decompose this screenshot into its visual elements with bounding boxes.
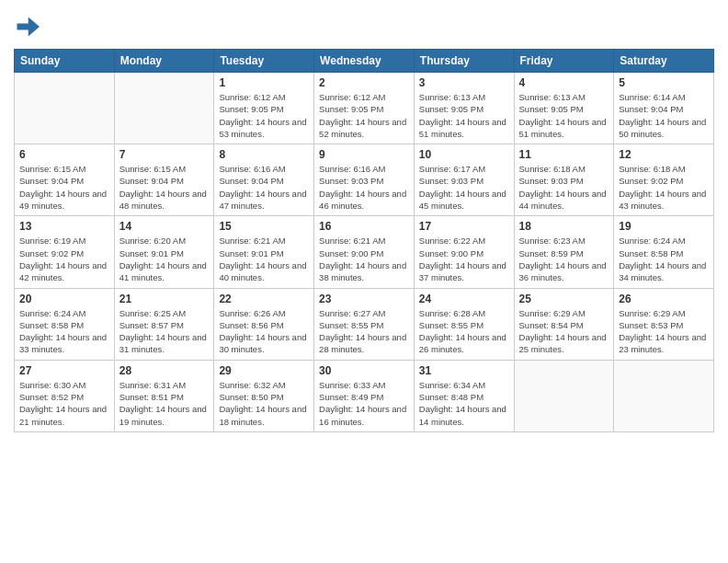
day-info: Sunrise: 6:27 AMSunset: 8:55 PMDaylight:… xyxy=(319,307,409,356)
day-info: Sunrise: 6:25 AMSunset: 8:57 PMDaylight:… xyxy=(119,307,210,356)
day-number: 9 xyxy=(319,148,409,161)
week-row-5: 27Sunrise: 6:30 AMSunset: 8:52 PMDayligh… xyxy=(15,360,714,431)
calendar-cell: 11Sunrise: 6:18 AMSunset: 9:03 PMDayligh… xyxy=(514,144,614,216)
calendar-cell: 17Sunrise: 6:22 AMSunset: 9:00 PMDayligh… xyxy=(414,216,514,288)
weekday-header-tuesday: Tuesday xyxy=(214,50,314,73)
calendar-cell: 23Sunrise: 6:27 AMSunset: 8:55 PMDayligh… xyxy=(314,288,415,360)
day-number: 30 xyxy=(319,364,409,377)
calendar-cell: 8Sunrise: 6:16 AMSunset: 9:04 PMDaylight… xyxy=(214,144,314,216)
week-row-4: 20Sunrise: 6:24 AMSunset: 8:58 PMDayligh… xyxy=(15,288,714,360)
week-row-2: 6Sunrise: 6:15 AMSunset: 9:04 PMDaylight… xyxy=(15,144,714,216)
calendar-cell: 6Sunrise: 6:15 AMSunset: 9:04 PMDaylight… xyxy=(15,144,115,216)
calendar-cell: 14Sunrise: 6:20 AMSunset: 9:01 PMDayligh… xyxy=(114,216,214,288)
week-row-1: 1Sunrise: 6:12 AMSunset: 9:05 PMDaylight… xyxy=(15,73,714,144)
calendar-cell: 22Sunrise: 6:26 AMSunset: 8:56 PMDayligh… xyxy=(214,288,314,360)
calendar-cell: 31Sunrise: 6:34 AMSunset: 8:48 PMDayligh… xyxy=(414,360,514,431)
day-info: Sunrise: 6:20 AMSunset: 9:01 PMDaylight:… xyxy=(119,235,210,283)
calendar-cell: 12Sunrise: 6:18 AMSunset: 9:02 PMDayligh… xyxy=(614,144,714,216)
day-info: Sunrise: 6:29 AMSunset: 8:53 PMDaylight:… xyxy=(619,307,709,356)
day-number: 12 xyxy=(619,148,709,161)
calendar-cell xyxy=(15,73,115,144)
day-number: 1 xyxy=(219,76,309,89)
day-number: 13 xyxy=(19,220,109,233)
calendar-cell: 13Sunrise: 6:19 AMSunset: 9:02 PMDayligh… xyxy=(15,216,115,288)
calendar-table: SundayMondayTuesdayWednesdayThursdayFrid… xyxy=(14,49,714,432)
day-number: 6 xyxy=(19,148,109,161)
weekday-header-friday: Friday xyxy=(514,50,614,73)
weekday-header-monday: Monday xyxy=(114,50,214,73)
day-number: 8 xyxy=(219,148,309,161)
day-number: 11 xyxy=(519,148,609,161)
day-info: Sunrise: 6:15 AMSunset: 9:04 PMDaylight:… xyxy=(19,163,109,212)
day-number: 19 xyxy=(619,220,709,233)
day-number: 7 xyxy=(119,148,210,161)
day-info: Sunrise: 6:32 AMSunset: 8:50 PMDaylight:… xyxy=(219,379,309,428)
calendar-cell: 25Sunrise: 6:29 AMSunset: 8:54 PMDayligh… xyxy=(514,288,614,360)
day-number: 4 xyxy=(519,76,609,89)
day-number: 17 xyxy=(419,220,509,233)
day-info: Sunrise: 6:28 AMSunset: 8:55 PMDaylight:… xyxy=(419,307,509,356)
day-number: 18 xyxy=(519,220,609,233)
calendar-cell: 7Sunrise: 6:15 AMSunset: 9:04 PMDaylight… xyxy=(114,144,214,216)
calendar-cell: 19Sunrise: 6:24 AMSunset: 8:58 PMDayligh… xyxy=(614,216,714,288)
calendar-cell: 4Sunrise: 6:13 AMSunset: 9:05 PMDaylight… xyxy=(514,73,614,144)
calendar-cell xyxy=(114,73,214,144)
week-row-3: 13Sunrise: 6:19 AMSunset: 9:02 PMDayligh… xyxy=(15,216,714,288)
day-number: 29 xyxy=(219,364,309,377)
day-info: Sunrise: 6:12 AMSunset: 9:05 PMDaylight:… xyxy=(319,91,409,140)
calendar-cell: 30Sunrise: 6:33 AMSunset: 8:49 PMDayligh… xyxy=(314,360,415,431)
day-info: Sunrise: 6:23 AMSunset: 8:59 PMDaylight:… xyxy=(519,235,609,283)
day-info: Sunrise: 6:26 AMSunset: 8:56 PMDaylight:… xyxy=(219,307,309,356)
day-info: Sunrise: 6:21 AMSunset: 9:01 PMDaylight:… xyxy=(219,235,309,283)
day-info: Sunrise: 6:30 AMSunset: 8:52 PMDaylight:… xyxy=(19,379,109,428)
calendar-cell: 29Sunrise: 6:32 AMSunset: 8:50 PMDayligh… xyxy=(214,360,314,431)
day-number: 14 xyxy=(119,220,210,233)
calendar-cell: 1Sunrise: 6:12 AMSunset: 9:05 PMDaylight… xyxy=(214,73,314,144)
calendar-cell: 10Sunrise: 6:17 AMSunset: 9:03 PMDayligh… xyxy=(414,144,514,216)
day-info: Sunrise: 6:24 AMSunset: 8:58 PMDaylight:… xyxy=(19,307,109,356)
day-number: 10 xyxy=(419,148,509,161)
day-info: Sunrise: 6:34 AMSunset: 8:48 PMDaylight:… xyxy=(419,379,509,428)
day-info: Sunrise: 6:16 AMSunset: 9:04 PMDaylight:… xyxy=(219,163,309,212)
day-number: 26 xyxy=(619,293,709,305)
day-info: Sunrise: 6:14 AMSunset: 9:04 PMDaylight:… xyxy=(619,91,709,140)
day-info: Sunrise: 6:19 AMSunset: 9:02 PMDaylight:… xyxy=(19,235,109,283)
calendar-cell: 26Sunrise: 6:29 AMSunset: 8:53 PMDayligh… xyxy=(614,288,714,360)
weekday-header-sunday: Sunday xyxy=(15,50,115,73)
day-info: Sunrise: 6:29 AMSunset: 8:54 PMDaylight:… xyxy=(519,307,609,356)
calendar-cell: 3Sunrise: 6:13 AMSunset: 9:05 PMDaylight… xyxy=(414,73,514,144)
logo xyxy=(14,14,43,40)
day-info: Sunrise: 6:24 AMSunset: 8:58 PMDaylight:… xyxy=(619,235,709,283)
day-number: 24 xyxy=(419,293,509,305)
calendar-cell: 5Sunrise: 6:14 AMSunset: 9:04 PMDaylight… xyxy=(614,73,714,144)
day-info: Sunrise: 6:13 AMSunset: 9:05 PMDaylight:… xyxy=(519,91,609,140)
day-number: 21 xyxy=(119,293,210,305)
calendar-cell: 20Sunrise: 6:24 AMSunset: 8:58 PMDayligh… xyxy=(15,288,115,360)
calendar-cell: 28Sunrise: 6:31 AMSunset: 8:51 PMDayligh… xyxy=(114,360,214,431)
weekday-header-thursday: Thursday xyxy=(414,50,514,73)
day-number: 31 xyxy=(419,364,509,377)
day-number: 5 xyxy=(619,76,709,89)
day-info: Sunrise: 6:22 AMSunset: 9:00 PMDaylight:… xyxy=(419,235,509,283)
day-info: Sunrise: 6:33 AMSunset: 8:49 PMDaylight:… xyxy=(319,379,409,428)
calendar-cell: 18Sunrise: 6:23 AMSunset: 8:59 PMDayligh… xyxy=(514,216,614,288)
calendar-cell xyxy=(614,360,714,431)
day-number: 16 xyxy=(319,220,409,233)
day-info: Sunrise: 6:21 AMSunset: 9:00 PMDaylight:… xyxy=(319,235,409,283)
day-info: Sunrise: 6:31 AMSunset: 8:51 PMDaylight:… xyxy=(119,379,210,428)
day-info: Sunrise: 6:18 AMSunset: 9:03 PMDaylight:… xyxy=(519,163,609,212)
day-info: Sunrise: 6:17 AMSunset: 9:03 PMDaylight:… xyxy=(419,163,509,212)
day-number: 2 xyxy=(319,76,409,89)
day-number: 15 xyxy=(219,220,309,233)
calendar-cell: 15Sunrise: 6:21 AMSunset: 9:01 PMDayligh… xyxy=(214,216,314,288)
calendar-cell: 2Sunrise: 6:12 AMSunset: 9:05 PMDaylight… xyxy=(314,73,415,144)
calendar-cell: 21Sunrise: 6:25 AMSunset: 8:57 PMDayligh… xyxy=(114,288,214,360)
weekday-header-saturday: Saturday xyxy=(614,50,714,73)
day-number: 22 xyxy=(219,293,309,305)
day-info: Sunrise: 6:16 AMSunset: 9:03 PMDaylight:… xyxy=(319,163,409,212)
day-number: 28 xyxy=(119,364,210,377)
day-info: Sunrise: 6:18 AMSunset: 9:02 PMDaylight:… xyxy=(619,163,709,212)
weekday-header-wednesday: Wednesday xyxy=(314,50,415,73)
day-number: 3 xyxy=(419,76,509,89)
calendar-cell: 16Sunrise: 6:21 AMSunset: 9:00 PMDayligh… xyxy=(314,216,415,288)
